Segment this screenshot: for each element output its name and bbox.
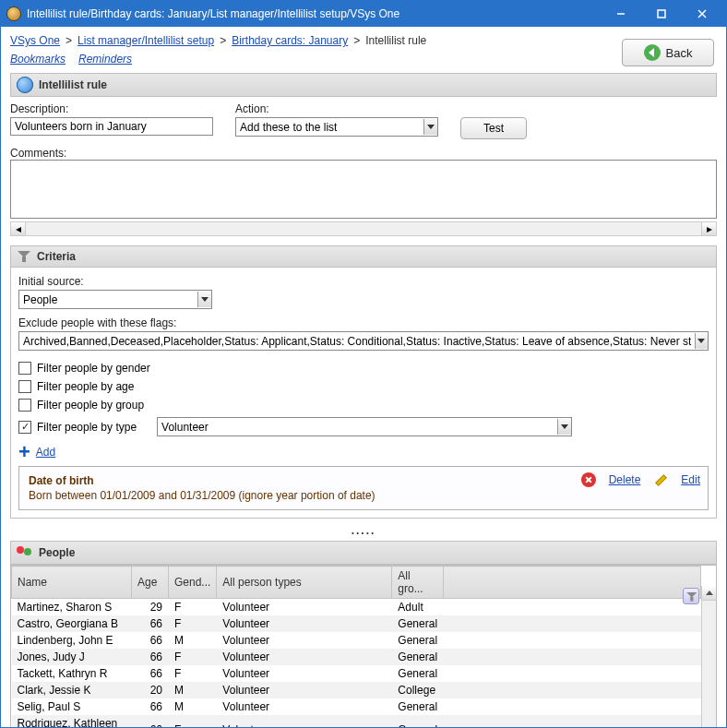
- scroll-left-icon[interactable]: ◂: [11, 222, 26, 235]
- svg-rect-1: [658, 10, 665, 18]
- separator-dots: .....: [10, 519, 717, 539]
- filter-gender-checkbox[interactable]: [18, 362, 31, 375]
- table-row[interactable]: Selig, Paul S66MVolunteerGeneral: [12, 698, 701, 715]
- table-row[interactable]: Jones, Judy J66FVolunteerGeneral: [12, 649, 701, 665]
- people-icon: [17, 544, 33, 561]
- horizontal-scrollbar[interactable]: ◂ ▸: [10, 221, 717, 236]
- col-header-empty[interactable]: [444, 567, 701, 599]
- col-header-age[interactable]: Age: [132, 567, 169, 599]
- funnel-icon: [685, 591, 697, 603]
- maximize-button[interactable]: [641, 3, 682, 25]
- edit-link[interactable]: Edit: [681, 473, 700, 486]
- test-button[interactable]: Test: [460, 117, 527, 139]
- window-title: Intellilist rule/Birthday cards: January…: [27, 7, 601, 20]
- filter-gender-label[interactable]: Filter people by gender: [37, 362, 150, 375]
- breadcrumb-link-0[interactable]: VSys One: [10, 34, 60, 47]
- chevron-down-icon: [695, 333, 708, 349]
- pencil-icon: [653, 472, 668, 487]
- action-label: Action:: [235, 102, 438, 115]
- chevron-down-icon: [557, 419, 571, 435]
- comments-label: Comments:: [10, 147, 66, 160]
- section-header-people: People: [10, 541, 717, 565]
- filter-type-checkbox[interactable]: [18, 421, 31, 434]
- section-header-criteria: Criteria: [10, 245, 717, 268]
- bookmarks-link[interactable]: Bookmarks: [10, 53, 66, 66]
- filter-type-select[interactable]: Volunteer: [157, 417, 572, 436]
- breadcrumb-link-1[interactable]: List manager/Intellilist setup: [77, 34, 214, 47]
- initial-source-select[interactable]: People: [18, 290, 212, 309]
- exclude-flags-select[interactable]: Archived,Banned,Deceased,Placeholder,Sta…: [18, 331, 709, 351]
- add-link[interactable]: Add: [36, 446, 55, 459]
- plus-icon: +: [18, 446, 30, 459]
- col-header-gender[interactable]: Gend...: [169, 567, 217, 599]
- close-button[interactable]: [682, 3, 722, 25]
- scroll-up-icon[interactable]: [702, 586, 716, 601]
- funnel-icon: [17, 249, 31, 264]
- breadcrumb: VSys One > List manager/Intellilist setu…: [10, 32, 717, 53]
- filter-age-checkbox[interactable]: [18, 380, 31, 393]
- breadcrumb-link-2[interactable]: Birthday cards: January: [232, 34, 348, 47]
- filter-type-label[interactable]: Filter people by type: [37, 421, 137, 434]
- initial-source-label: Initial source:: [18, 275, 84, 288]
- breadcrumb-current: Intellilist rule: [365, 34, 426, 47]
- description-label: Description:: [10, 102, 213, 115]
- vertical-scrollbar[interactable]: [701, 586, 716, 728]
- filter-group-label[interactable]: Filter people by group: [37, 399, 144, 412]
- table-row[interactable]: Clark, Jessie K20MVolunteerCollege: [12, 682, 701, 698]
- back-icon: [644, 44, 661, 61]
- delete-link[interactable]: Delete: [609, 473, 641, 486]
- table-row[interactable]: Tackett, Kathryn R66FVolunteerGeneral: [12, 665, 701, 682]
- chevron-down-icon: [197, 292, 211, 307]
- delete-icon: [581, 472, 596, 487]
- section-header-rule: Intellilist rule: [10, 73, 717, 97]
- grid-filter-button[interactable]: [683, 588, 699, 604]
- app-icon: [6, 6, 21, 21]
- col-header-name[interactable]: Name: [12, 567, 132, 599]
- col-header-groups[interactable]: All gro...: [392, 567, 444, 599]
- col-header-types[interactable]: All person types: [217, 567, 392, 599]
- dob-criteria-box: Date of birth Born between 01/01/2009 an…: [18, 466, 709, 510]
- reminders-link[interactable]: Reminders: [78, 53, 132, 66]
- action-select[interactable]: Add these to the list: [235, 117, 438, 137]
- back-button[interactable]: Back: [622, 39, 714, 66]
- table-row[interactable]: Rodriguez, Kathleen F66FVolunteerGeneral: [12, 715, 701, 728]
- chevron-down-icon: [423, 119, 437, 135]
- comments-textarea[interactable]: [10, 160, 717, 219]
- titlebar: Intellilist rule/Birthday cards: January…: [1, 1, 726, 27]
- exclude-label: Exclude people with these flags:: [18, 316, 176, 329]
- minimize-button[interactable]: [601, 3, 641, 25]
- people-table: Name Age Gend... All person types All gr…: [11, 566, 701, 728]
- filter-age-label[interactable]: Filter people by age: [37, 380, 134, 393]
- table-row[interactable]: Castro, Georgiana B66FVolunteerGeneral: [12, 615, 701, 632]
- scroll-right-icon[interactable]: ▸: [701, 222, 716, 235]
- table-row[interactable]: Lindenberg, John E66MVolunteerGeneral: [12, 632, 701, 649]
- filter-group-checkbox[interactable]: [18, 399, 31, 412]
- dob-desc: Born between 01/01/2009 and 01/31/2009 (…: [29, 489, 698, 502]
- description-input[interactable]: [10, 117, 213, 136]
- table-row[interactable]: Martinez, Sharon S29FVolunteerAdult: [12, 599, 701, 616]
